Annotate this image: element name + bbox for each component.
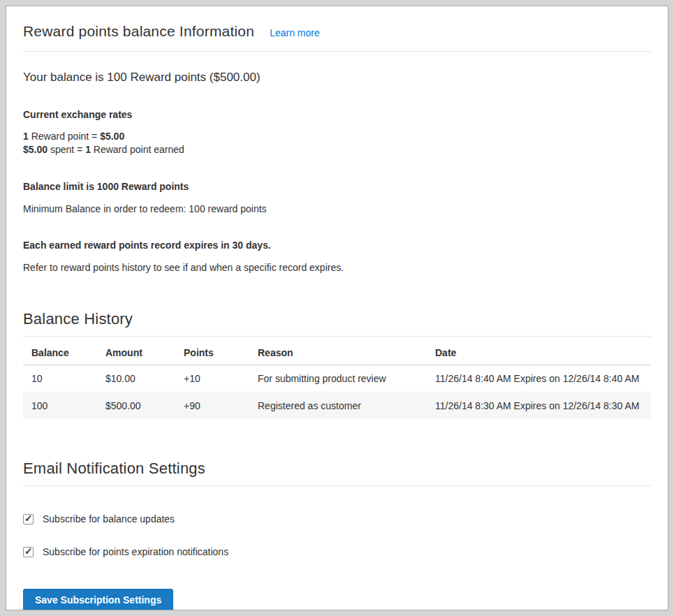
exchange-rates-heading: Current exchange rates [23, 108, 651, 121]
page-background: Reward points balance Information Learn … [0, 0, 674, 616]
subscribe-balance-checkbox[interactable] [23, 514, 34, 525]
rate-spend-points: 1 [85, 144, 91, 155]
rate-earn-value: $5.00 [100, 131, 124, 142]
learn-more-link[interactable]: Learn more [270, 27, 320, 38]
expiration-note: Refer to reward points history to see if… [23, 261, 651, 274]
column-header-points: Points [175, 337, 249, 365]
cell-reason: Registered as customer [249, 393, 427, 420]
balance-summary: Your balance is 100 Reward points ($500.… [23, 71, 651, 85]
rate-earn-text: Reward point = [29, 131, 100, 142]
save-subscription-settings-button[interactable]: Save Subscription Settings [23, 589, 173, 610]
table-row: 10 $10.00 +10 For submitting product rev… [23, 365, 651, 393]
exchange-rates-block: Current exchange rates 1 Reward point = … [23, 108, 651, 156]
rate-earn-points: 1 [23, 131, 29, 142]
cell-balance: 100 [23, 393, 97, 420]
page-header: Reward points balance Information Learn … [23, 23, 651, 40]
cell-points: +90 [175, 393, 249, 420]
exchange-rates-lines: 1 Reward point = $5.00 $5.00 spent = 1 R… [23, 130, 651, 156]
expiration-block: Each earned reward points record expires… [23, 239, 651, 274]
rate-spend-suffix: Reward point earned [91, 144, 184, 155]
cell-balance: 10 [23, 365, 97, 393]
content-card: Reward points balance Information Learn … [6, 6, 668, 610]
column-header-reason: Reason [249, 337, 427, 365]
cell-date: 11/26/14 8:30 AM Expires on 12/26/14 8:3… [427, 393, 651, 420]
header-divider [23, 51, 651, 52]
subscribe-expiration-option: Subscribe for points expiration notifica… [23, 546, 651, 557]
minimum-balance-text: Minimum Balance in order to redeem: 100 … [23, 203, 651, 215]
exchange-rate-earn: 1 Reward point = $5.00 [23, 130, 651, 143]
table-row: 100 $500.00 +90 Registered as customer 1… [23, 393, 651, 420]
balance-limit-text: Balance limit is 1000 Reward points [23, 180, 651, 193]
column-header-date: Date [427, 337, 651, 365]
balance-history-table: Balance Amount Points Reason Date 10 $10… [23, 337, 651, 419]
table-header-row: Balance Amount Points Reason Date [23, 337, 651, 365]
cell-reason: For submitting product review [249, 365, 427, 393]
subscribe-balance-option: Subscribe for balance updates [23, 513, 651, 525]
expiration-heading: Each earned reward points record expires… [23, 239, 651, 251]
email-settings-divider [23, 485, 651, 486]
cell-amount: $500.00 [97, 393, 175, 420]
email-notification-section: Email Notification Settings Subscribe fo… [23, 460, 651, 610]
exchange-rate-spend: $5.00 spent = 1 Reward point earned [23, 143, 651, 156]
subscribe-balance-label: Subscribe for balance updates [43, 513, 175, 525]
subscribe-expiration-label: Subscribe for points expiration notifica… [43, 546, 228, 557]
column-header-balance: Balance [23, 337, 97, 365]
balance-history-title: Balance History [23, 310, 651, 328]
cell-points: +10 [175, 365, 249, 393]
cell-date: 11/26/14 8:40 AM Expires on 12/26/14 8:4… [427, 365, 651, 393]
cell-amount: $10.00 [97, 365, 175, 393]
page-title: Reward points balance Information [23, 23, 254, 40]
rate-spend-value: $5.00 [23, 144, 47, 155]
rate-spend-text: spent = [47, 144, 85, 155]
email-settings-title: Email Notification Settings [23, 460, 651, 478]
column-header-amount: Amount [97, 337, 175, 365]
balance-limit-block: Balance limit is 1000 Reward points Mini… [23, 180, 651, 215]
subscribe-expiration-checkbox[interactable] [23, 547, 34, 557]
